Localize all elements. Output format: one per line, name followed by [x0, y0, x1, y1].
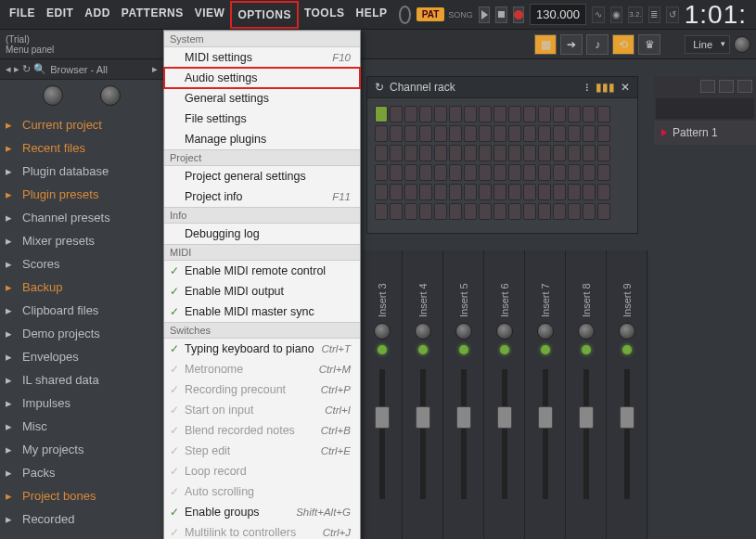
- menu-item-file-settings[interactable]: File settings: [164, 109, 360, 129]
- mixer-strip[interactable]: Insert 7: [525, 250, 566, 539]
- step-cell[interactable]: [583, 203, 596, 220]
- step-cell[interactable]: [553, 145, 566, 161]
- step-cell[interactable]: [597, 125, 610, 142]
- step-cell[interactable]: [464, 203, 477, 220]
- tempo-display[interactable]: 130.000: [530, 4, 586, 25]
- pan-knob[interactable]: [374, 323, 391, 340]
- record-button[interactable]: [513, 6, 524, 23]
- step-cell[interactable]: [568, 203, 581, 220]
- step-cell[interactable]: [375, 164, 388, 181]
- step-cell[interactable]: [553, 184, 566, 200]
- browser-item[interactable]: ▸Clipboard files: [0, 299, 163, 322]
- pan-knob[interactable]: [537, 323, 554, 340]
- close-icon[interactable]: ✕: [621, 81, 630, 94]
- clip-icon[interactable]: [719, 80, 734, 93]
- step-cell[interactable]: [434, 125, 447, 142]
- step-cell[interactable]: [434, 164, 447, 181]
- step-cell[interactable]: [583, 125, 596, 142]
- step-cell[interactable]: [464, 106, 477, 122]
- step-cell[interactable]: [419, 184, 432, 200]
- wave-icon[interactable]: ∿: [592, 6, 605, 23]
- view-arrow-button[interactable]: ➔: [560, 34, 583, 55]
- step-cell[interactable]: [419, 203, 432, 220]
- loop-rec-icon[interactable]: ↺: [666, 6, 679, 23]
- step-cell[interactable]: [464, 145, 477, 161]
- step-cell[interactable]: [597, 184, 610, 200]
- step-cell[interactable]: [493, 164, 506, 181]
- step-cell[interactable]: [523, 184, 536, 200]
- step-cell[interactable]: [568, 164, 581, 181]
- menu-options[interactable]: OPTIONS: [230, 1, 299, 29]
- step-cell[interactable]: [479, 203, 492, 220]
- step-cell[interactable]: [434, 145, 447, 161]
- mute-led[interactable]: [378, 345, 387, 354]
- step-cell[interactable]: [419, 145, 432, 161]
- browser-item[interactable]: ▸Demo projects: [0, 322, 163, 345]
- browser-item[interactable]: ▸Plugin presets: [0, 183, 163, 206]
- step-cell[interactable]: [419, 125, 432, 142]
- metronome-icon[interactable]: ◉: [610, 6, 623, 23]
- browser-item[interactable]: ▸Packs: [0, 461, 163, 484]
- menu-item-midi-settings[interactable]: MIDI settingsF10: [164, 47, 360, 68]
- menu-item-enable-midi-remote-control[interactable]: Enable MIDI remote control: [164, 261, 360, 281]
- step-cell[interactable]: [375, 125, 388, 142]
- menu-add[interactable]: ADD: [79, 1, 116, 29]
- step-cell[interactable]: [508, 184, 521, 200]
- step-cell[interactable]: [390, 164, 403, 181]
- step-cell[interactable]: [479, 164, 492, 181]
- step-cell[interactable]: [508, 106, 521, 122]
- overdub-icon[interactable]: ≣: [648, 6, 661, 23]
- mute-led[interactable]: [541, 345, 550, 354]
- countdown-icon[interactable]: 3.2.: [628, 6, 642, 23]
- step-cell[interactable]: [390, 184, 403, 200]
- fader[interactable]: [502, 369, 507, 499]
- step-cell[interactable]: [404, 203, 417, 220]
- step-cell[interactable]: [449, 184, 462, 200]
- menu-file[interactable]: FILE: [4, 1, 41, 29]
- fader[interactable]: [461, 369, 467, 499]
- browser-item[interactable]: ▸Backup: [0, 276, 163, 299]
- step-cell[interactable]: [449, 203, 462, 220]
- menu-item-blend-recorded-notes[interactable]: Blend recorded notesCtrl+B: [164, 420, 360, 441]
- step-cell[interactable]: [493, 106, 506, 122]
- menu-item-enable-midi-master-sync[interactable]: Enable MIDI master sync: [164, 302, 360, 322]
- mute-led[interactable]: [582, 345, 591, 354]
- step-cell[interactable]: [508, 125, 521, 142]
- step-cell[interactable]: [523, 203, 536, 220]
- browser-item[interactable]: ▸Scores: [0, 252, 163, 276]
- mixer-strip[interactable]: Insert 6: [484, 250, 525, 539]
- step-cell[interactable]: [479, 125, 492, 142]
- step-cell[interactable]: [553, 203, 566, 220]
- pattern-item[interactable]: Pattern 1: [654, 121, 756, 145]
- menu-item-start-on-input[interactable]: Start on inputCtrl+I: [164, 400, 360, 420]
- menu-tools[interactable]: TOOLS: [299, 1, 351, 29]
- step-cell[interactable]: [464, 184, 477, 200]
- step-cell[interactable]: [390, 203, 403, 220]
- mute-led[interactable]: [459, 345, 468, 354]
- step-cell[interactable]: [479, 106, 492, 122]
- browser-knob-2[interactable]: [100, 85, 121, 106]
- step-cell[interactable]: [375, 145, 388, 161]
- fader[interactable]: [624, 369, 630, 499]
- browser-item[interactable]: ▸My projects: [0, 438, 163, 461]
- menu-edit[interactable]: EDIT: [41, 1, 79, 29]
- step-cell[interactable]: [493, 125, 506, 142]
- browser-item[interactable]: ▸Recorded: [0, 507, 163, 531]
- menu-item-step-edit[interactable]: Step editCtrl+E: [164, 441, 360, 461]
- step-cell[interactable]: [493, 203, 506, 220]
- menu-item-general-settings[interactable]: General settings: [164, 88, 360, 109]
- step-cell[interactable]: [523, 145, 536, 161]
- pan-knob[interactable]: [496, 323, 513, 340]
- browser-item[interactable]: ▸Channel presets: [0, 206, 163, 229]
- step-cell[interactable]: [390, 125, 403, 142]
- menu-item-manage-plugins[interactable]: Manage plugins: [164, 129, 360, 149]
- browser-item[interactable]: ▸Current project: [0, 113, 163, 136]
- step-cell[interactable]: [553, 106, 566, 122]
- mixer-strip[interactable]: Insert 3: [362, 250, 403, 539]
- step-cell[interactable]: [508, 203, 521, 220]
- pan-knob[interactable]: [578, 323, 595, 340]
- browser-header[interactable]: ◂ ▸ ↻ 🔍 Browser - All ▸: [0, 59, 163, 80]
- step-cell[interactable]: [479, 184, 492, 200]
- step-cell[interactable]: [449, 164, 462, 181]
- step-cell[interactable]: [434, 203, 447, 220]
